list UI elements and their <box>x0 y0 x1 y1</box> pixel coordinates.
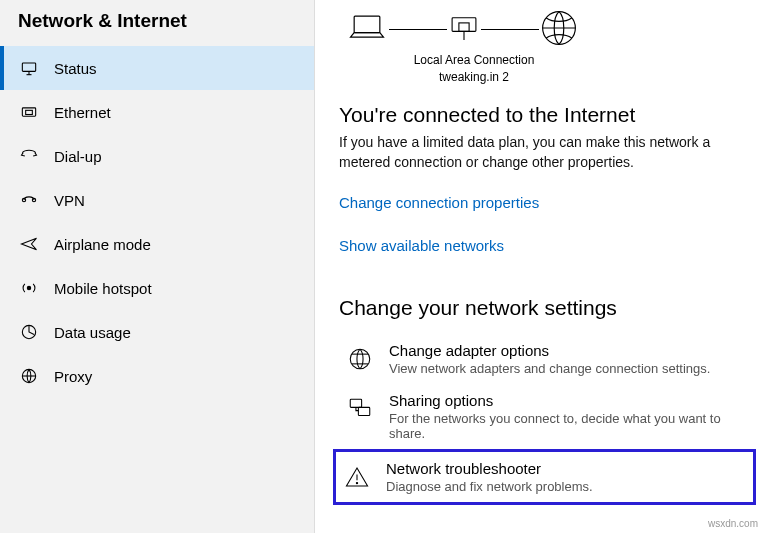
network-diagram <box>345 8 750 51</box>
sidebar: Network & Internet Status Ethernet Dial-… <box>0 0 315 533</box>
svg-point-7 <box>27 286 30 289</box>
svg-rect-4 <box>26 110 33 114</box>
ethernet-icon <box>18 101 40 123</box>
sidebar-item-status[interactable]: Status <box>0 46 314 90</box>
sidebar-item-hotspot[interactable]: Mobile hotspot <box>0 266 314 310</box>
sharing-options-row[interactable]: Sharing options For the networks you con… <box>339 384 750 449</box>
sidebar-item-dialup[interactable]: Dial-up <box>0 134 314 178</box>
status-icon <box>18 57 40 79</box>
sidebar-item-label: Data usage <box>54 324 131 341</box>
setting-sub: For the networks you connect to, decide … <box>389 411 744 441</box>
diagram-label: Local Area Connection tweaking.in 2 <box>409 53 539 85</box>
proxy-icon <box>18 365 40 387</box>
hotspot-icon <box>18 277 40 299</box>
diagram-line <box>389 29 447 31</box>
setting-title: Sharing options <box>389 392 744 409</box>
sidebar-item-label: VPN <box>54 192 85 209</box>
svg-point-19 <box>356 483 357 484</box>
sidebar-item-ethernet[interactable]: Ethernet <box>0 90 314 134</box>
vpn-icon <box>18 189 40 211</box>
sidebar-title: Network & Internet <box>0 6 314 46</box>
laptop-icon <box>345 11 389 48</box>
diagram-line <box>481 29 539 31</box>
change-properties-link[interactable]: Change connection properties <box>339 194 750 211</box>
svg-rect-12 <box>459 23 469 32</box>
adapter-icon <box>345 344 375 374</box>
status-description: If you have a limited data plan, you can… <box>339 133 739 172</box>
setting-title: Network troubleshooter <box>386 460 593 477</box>
svg-rect-11 <box>452 18 476 32</box>
setting-sub: View network adapters and change connect… <box>389 361 710 376</box>
sidebar-item-label: Ethernet <box>54 104 111 121</box>
warning-icon <box>342 462 372 492</box>
usage-icon <box>18 321 40 343</box>
settings-heading: Change your network settings <box>339 296 750 320</box>
sidebar-item-airplane[interactable]: Airplane mode <box>0 222 314 266</box>
svg-rect-16 <box>350 399 361 407</box>
sidebar-item-label: Dial-up <box>54 148 102 165</box>
sidebar-item-proxy[interactable]: Proxy <box>0 354 314 398</box>
show-networks-link[interactable]: Show available networks <box>339 237 750 254</box>
watermark: wsxdn.com <box>708 518 758 529</box>
router-icon <box>447 11 481 48</box>
sidebar-item-label: Status <box>54 60 97 77</box>
sidebar-item-datausage[interactable]: Data usage <box>0 310 314 354</box>
adapter-options-row[interactable]: Change adapter options View network adap… <box>339 334 750 384</box>
setting-title: Change adapter options <box>389 342 710 359</box>
dialup-icon <box>18 145 40 167</box>
svg-rect-0 <box>22 63 35 71</box>
troubleshooter-row[interactable]: Network troubleshooter Diagnose and fix … <box>333 449 756 505</box>
globe-icon <box>539 8 579 51</box>
status-heading: You're connected to the Internet <box>339 103 750 127</box>
sidebar-item-label: Proxy <box>54 368 92 385</box>
main-content: Local Area Connection tweaking.in 2 You'… <box>315 0 764 533</box>
sidebar-item-vpn[interactable]: VPN <box>0 178 314 222</box>
airplane-icon <box>18 233 40 255</box>
svg-point-15 <box>350 349 370 369</box>
sidebar-item-label: Airplane mode <box>54 236 151 253</box>
sidebar-item-label: Mobile hotspot <box>54 280 152 297</box>
setting-sub: Diagnose and fix network problems. <box>386 479 593 494</box>
sharing-icon <box>345 394 375 424</box>
svg-rect-10 <box>354 16 380 33</box>
svg-rect-17 <box>358 408 369 416</box>
